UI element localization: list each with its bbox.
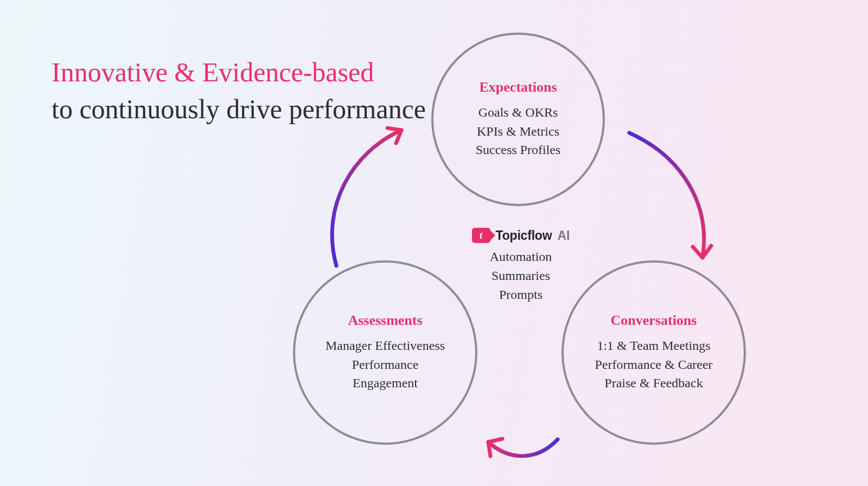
- node-expectations: Expectations Goals & OKRs KPIs & Metrics…: [431, 33, 605, 206]
- node-assessments-title: Assessments: [348, 312, 422, 329]
- node-conversations-item: 1:1 & Team Meetings: [597, 336, 710, 355]
- node-conversations-title: Conversations: [611, 312, 697, 329]
- center-item: Prompts: [450, 285, 591, 304]
- headline: Innovative & Evidence-based to continuou…: [52, 54, 426, 127]
- node-expectations-item: Goals & OKRs: [478, 103, 558, 122]
- node-conversations-item: Performance & Career: [595, 355, 712, 374]
- headline-rest: to continuously drive performance: [52, 94, 426, 124]
- center-item: Automation: [450, 247, 591, 266]
- node-expectations-title: Expectations: [480, 79, 557, 95]
- brand-badge-icon: t: [472, 228, 490, 243]
- node-conversations-item: Praise & Feedback: [604, 374, 703, 393]
- node-assessments-item: Performance: [352, 355, 419, 374]
- node-expectations-item: KPIs & Metrics: [477, 122, 559, 141]
- arrow-assessments-to-expectations: [332, 128, 401, 266]
- arrow-expectations-to-conversations: [629, 133, 711, 258]
- brand-logo: t Topicflow AI: [450, 228, 591, 243]
- node-assessments-item: Engagement: [353, 374, 418, 393]
- center-block: t Topicflow AI Automation Summaries Prom…: [450, 228, 591, 304]
- brand-ai: AI: [557, 228, 570, 243]
- brand-badge-letter: t: [480, 230, 482, 241]
- node-assessments-item: Manager Effectiveness: [326, 336, 445, 355]
- node-expectations-item: Success Profiles: [476, 140, 561, 159]
- diagram-stage: Innovative & Evidence-based to continuou…: [0, 0, 868, 486]
- headline-accent: Innovative & Evidence-based: [52, 57, 374, 87]
- arrow-conversations-to-assessments: [488, 439, 558, 456]
- node-assessments: Assessments Manager Effectiveness Perfor…: [293, 260, 477, 445]
- center-item: Summaries: [450, 266, 591, 285]
- brand-name: Topicflow: [496, 228, 552, 243]
